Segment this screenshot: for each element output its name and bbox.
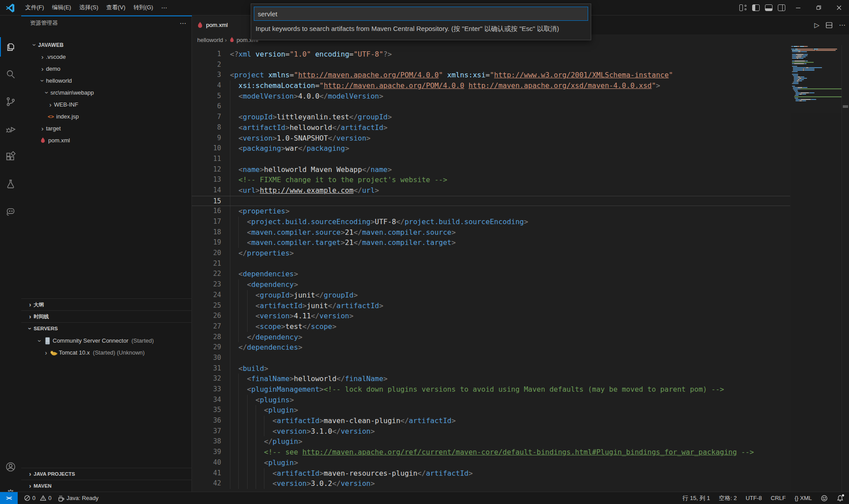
code-line-36[interactable]: 36 <artifactId>maven-clean-plugin</artif…	[192, 416, 790, 426]
code-line-18[interactable]: 18 <maven.compiler.source>21</maven.comp…	[192, 227, 790, 238]
code-line-33[interactable]: 33 <pluginManagement><!-- lock down plug…	[192, 384, 790, 395]
tree-item-pom.xml[interactable]: pom.xml	[21, 134, 191, 146]
feedback-smiley-icon[interactable]	[821, 495, 828, 502]
problems-status[interactable]: 0 0	[24, 495, 51, 501]
run-debug-icon[interactable]	[0, 116, 21, 142]
eol-sequence[interactable]: CRLF	[771, 495, 786, 501]
code-line-17[interactable]: 17 <project.build.sourceEncoding>UTF-8</…	[192, 217, 790, 227]
code-editor[interactable]: 1<?xml version="1.0" encoding="UTF-8"?>2…	[192, 45, 790, 492]
code-line-37[interactable]: 37 <version>3.1.0</version>	[192, 426, 790, 437]
menu-e[interactable]: 编辑(E)	[48, 2, 75, 13]
line-number: 27	[192, 321, 221, 332]
remote-indicator[interactable]: ><	[0, 492, 18, 504]
editor-more-actions-icon[interactable]: ⋯	[839, 21, 845, 29]
toggle-panel-icon[interactable]	[765, 4, 773, 11]
code-line-42[interactable]: 42 <version>3.0.2</version>	[192, 478, 790, 489]
code-line-23[interactable]: 23 <dependency>	[192, 279, 790, 290]
menu-f[interactable]: 文件(F)	[21, 2, 48, 13]
menu-v[interactable]: 查看(V)	[102, 2, 129, 13]
search-icon[interactable]	[0, 61, 21, 87]
minimize-button[interactable]	[788, 0, 808, 15]
split-editor-icon[interactable]	[826, 22, 833, 29]
code-line-11[interactable]: 11	[192, 154, 790, 164]
code-line-34[interactable]: 34 <plugins>	[192, 395, 790, 405]
notifications-bell-icon[interactable]	[837, 495, 844, 502]
code-line-26[interactable]: 26 <version>4.11</version>	[192, 311, 790, 321]
run-file-icon[interactable]: ▷	[814, 21, 819, 29]
code-line-3[interactable]: 3<project xmlns="http://maven.apache.org…	[192, 70, 790, 80]
tree-item-web-inf[interactable]: ›WEB-INF	[21, 99, 191, 111]
tree-item-index.jsp[interactable]: <>index.jsp	[21, 111, 191, 122]
code-line-9[interactable]: 9 <version>1.0-SNAPSHOT</version>	[192, 133, 790, 144]
tree-item-demo[interactable]: ›demo	[21, 63, 191, 75]
search-artifacts-input[interactable]: servlet	[254, 7, 588, 21]
testing-icon[interactable]	[0, 171, 21, 197]
code-line-25[interactable]: 25 <artifactId>junit</artifactId>	[192, 301, 790, 311]
restore-button[interactable]	[808, 0, 829, 15]
code-line-28[interactable]: 28 </dependency>	[192, 332, 790, 343]
server-item-community-server-connector[interactable]: ›Community Server Connector(Started)	[21, 335, 191, 347]
cursor-position[interactable]: 行 15, 列 1	[683, 494, 710, 502]
code-line-27[interactable]: 27 <scope>test</scope>	[192, 321, 790, 332]
language-mode[interactable]: {} XML	[795, 495, 812, 501]
explorer-icon[interactable]	[0, 34, 21, 60]
code-line-5[interactable]: 5 <modelVersion>4.0.0</modelVersion>	[192, 91, 790, 102]
code-line-16[interactable]: 16 <properties>	[192, 206, 790, 217]
code-line-40[interactable]: 40 <plugin>	[192, 458, 790, 468]
code-line-35[interactable]: 35 <plugin>	[192, 405, 790, 416]
code-line-31[interactable]: 31 <build>	[192, 363, 790, 374]
tree-item-.vscode[interactable]: ›.vscode	[21, 51, 191, 63]
java-status[interactable]: Java: Ready	[57, 495, 98, 502]
code-line-22[interactable]: 22 <dependencies>	[192, 269, 790, 279]
source-control-icon[interactable]	[0, 89, 21, 115]
toggle-sidebar-icon[interactable]	[752, 4, 760, 11]
code-line-1[interactable]: 1<?xml version="1.0" encoding="UTF-8"?>	[192, 49, 790, 60]
chevron-down-icon: ›	[36, 337, 43, 344]
code-line-39[interactable]: 39 <!-- see http://maven.apache.org/ref/…	[192, 447, 790, 458]
code-line-6[interactable]: 6	[192, 101, 790, 112]
section-maven[interactable]: ›MAVEN	[21, 480, 191, 492]
tree-item-src-main-webapp[interactable]: ›src\main\webapp	[21, 87, 191, 99]
code-line-21[interactable]: 21	[192, 259, 790, 269]
minimap[interactable]	[791, 46, 841, 492]
code-line-38[interactable]: 38 </plugin>	[192, 436, 790, 447]
toggle-secondary-sidebar-icon[interactable]	[778, 4, 785, 11]
code-line-29[interactable]: 29 </dependencies>	[192, 342, 790, 353]
code-line-24[interactable]: 24 <groupId>junit</groupId>	[192, 290, 790, 301]
server-item-tomcat-10-x[interactable]: ›Tomcat 10.x(Started) (Unknown)	[21, 347, 191, 359]
code-line-10[interactable]: 10 <packaging>war</packaging>	[192, 143, 790, 154]
code-line-30[interactable]: 30	[192, 353, 790, 363]
section-servers[interactable]: ›SERVERS	[21, 322, 191, 334]
tree-item-helloworld[interactable]: ›helloworld	[21, 75, 191, 87]
section-timeline[interactable]: ›时间线	[21, 310, 191, 322]
code-line-12[interactable]: 12 <name>helloworld Maven Webapp</name>	[192, 164, 790, 175]
copilot-icon[interactable]	[0, 199, 21, 224]
overview-ruler[interactable]	[841, 34, 849, 492]
menu-g[interactable]: 转到(G)	[130, 2, 157, 13]
tree-item-javaweb[interactable]: ›JAVAWEB	[21, 39, 191, 51]
customize-layout-icon[interactable]	[739, 4, 747, 11]
code-line-32[interactable]: 32 <finalName>helloworld</finalName>	[192, 374, 790, 384]
code-line-14[interactable]: 14 <url>http://www.example.com</url>	[192, 185, 790, 196]
breadcrumb-folder[interactable]: helloworld	[197, 37, 223, 43]
section-outline[interactable]: ›大纲	[21, 298, 191, 310]
menu-s[interactable]: 选择(S)	[75, 2, 102, 13]
code-line-13[interactable]: 13 <!-- FIXME change it to the project's…	[192, 175, 790, 185]
account-icon[interactable]	[0, 454, 21, 480]
close-window-button[interactable]	[829, 0, 849, 15]
extensions-icon[interactable]	[0, 144, 21, 169]
code-line-19[interactable]: 19 <maven.compiler.target>21</maven.comp…	[192, 237, 790, 248]
code-line-20[interactable]: 20 </properties>	[192, 248, 790, 259]
indentation[interactable]: 空格: 2	[719, 494, 737, 502]
encoding[interactable]: UTF-8	[746, 495, 762, 501]
section-java-projects[interactable]: ›JAVA PROJECTS	[21, 468, 191, 480]
tree-item-target[interactable]: ›target	[21, 122, 191, 134]
code-line-41[interactable]: 41 <artifactId>maven-resources-plugin</a…	[192, 468, 790, 479]
code-line-4[interactable]: 4 xsi:schemaLocation="http://maven.apach…	[192, 80, 790, 91]
code-line-7[interactable]: 7 <groupId>littleyanlin.test</groupId>	[192, 112, 790, 122]
code-line-15[interactable]: 15	[192, 196, 790, 206]
code-line-2[interactable]: 2	[192, 60, 790, 70]
explorer-more-button[interactable]: ⋯	[180, 19, 186, 27]
code-line-8[interactable]: 8 <artifactId>helloworld</artifactId>	[192, 122, 790, 133]
menu-more-button[interactable]: ⋯	[157, 4, 171, 11]
